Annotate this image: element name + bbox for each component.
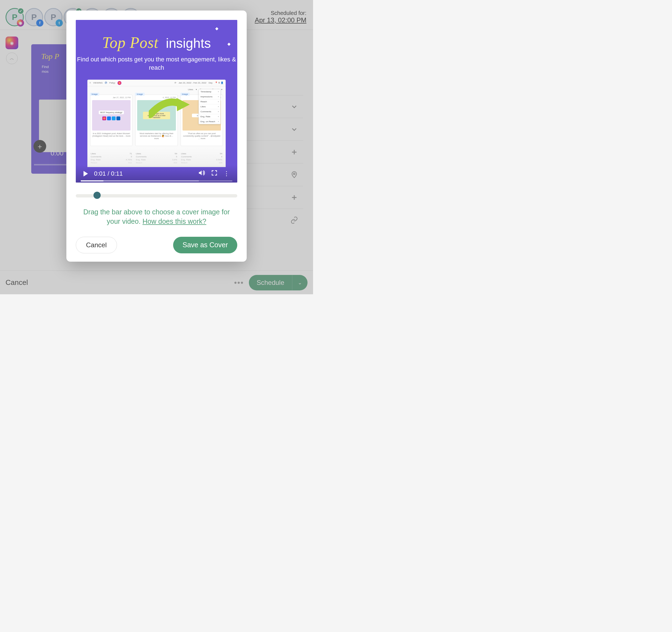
- more-button[interactable]: ⋮: [223, 170, 230, 177]
- modal-actions: Cancel Save as Cover: [76, 237, 237, 253]
- volume-button[interactable]: [198, 169, 205, 178]
- cancel-button[interactable]: Cancel: [76, 237, 117, 253]
- video-title: Top Post insights: [76, 34, 237, 51]
- video-subtitle: Find out which posts get you the most en…: [76, 55, 237, 72]
- video-time: 0:01 / 0:11: [94, 170, 123, 177]
- video-controls: 0:01 / 0:11 ⋮: [76, 165, 237, 183]
- video-progress[interactable]: [81, 180, 232, 182]
- sort-dropdown: Timestamp›Impressions›Reach›Likes›Commen…: [198, 89, 221, 124]
- dash-card: Image 4, 2022, 12 PM ways to get more ex…: [135, 95, 177, 146]
- slider-thumb[interactable]: [94, 192, 101, 199]
- video-preview[interactable]: Top Post insights Find out which posts g…: [76, 20, 237, 183]
- cover-picker-modal: Top Post insights Find out which posts g…: [66, 10, 247, 262]
- modal-overlay[interactable]: Top Post insights Find out which posts g…: [0, 0, 313, 294]
- fullscreen-button[interactable]: [211, 170, 217, 178]
- dash-card: Image Jan 27, 2022, 12 PM BEST frequency…: [90, 95, 133, 146]
- play-button[interactable]: [83, 171, 88, 177]
- save-as-cover-button[interactable]: Save as Cover: [173, 237, 237, 253]
- instruction-text: Drag the bar above to choose a cover ima…: [76, 207, 237, 226]
- how-does-this-work-link[interactable]: How does this work?: [142, 217, 206, 225]
- dash-header: ≡ VIEWING Ⓟ Pallyy ⟳ Jan 23, 2022 - Feb …: [88, 80, 226, 86]
- cover-frame-slider[interactable]: [76, 192, 237, 198]
- dash-stats: Likes71Comments5Eng. Rate4.76%Reach511 L…: [90, 152, 223, 164]
